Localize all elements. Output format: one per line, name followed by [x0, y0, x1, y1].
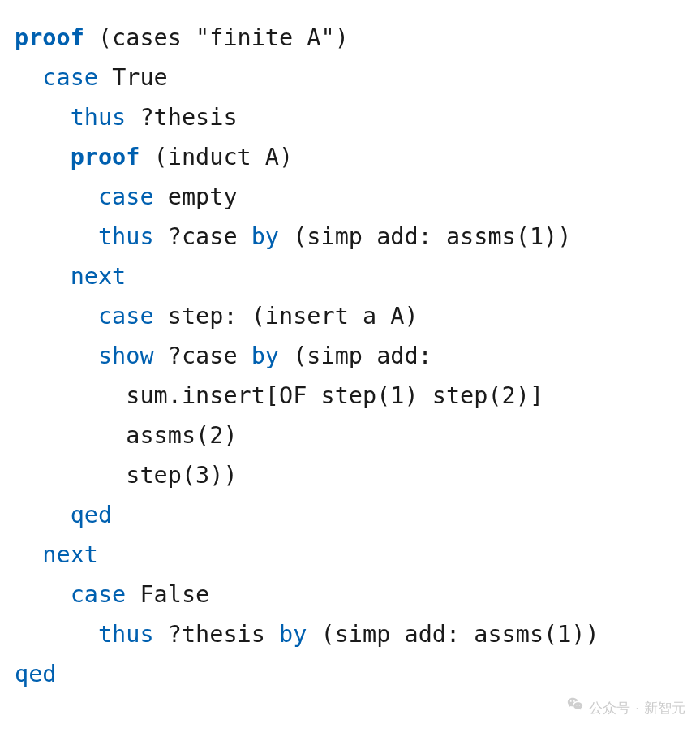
code-token: empty — [154, 183, 238, 210]
code-token: qed — [15, 661, 56, 687]
code-token: proof — [71, 144, 140, 170]
code-token: (simp add: — [279, 343, 432, 369]
wechat-icon — [566, 696, 584, 721]
code-token: next — [42, 541, 98, 568]
code-token: step: (insert a A) — [154, 303, 419, 330]
code-token: (cases "finite A") — [84, 24, 349, 51]
code-line: case step: (insert a A) — [15, 303, 419, 330]
watermark-name: 新智元 — [644, 696, 685, 720]
code-line: qed — [15, 502, 112, 528]
code-line: sum.insert[OF step(1) step(2)] — [15, 382, 543, 409]
watermark-prefix: 公众号 — [589, 696, 630, 720]
code-token: (simp add: assms(1)) — [279, 223, 571, 250]
code-token: ?case — [154, 343, 251, 369]
code-line: qed — [15, 661, 56, 687]
code-token: next — [71, 263, 127, 290]
code-token: thus — [98, 223, 154, 250]
code-token: case — [98, 303, 154, 330]
code-line: proof (induct A) — [15, 144, 293, 170]
code-token: ?thesis — [126, 104, 237, 131]
code-token: sum.insert[OF step(1) step(2)] — [126, 382, 543, 409]
code-line: show ?case by (simp add: — [15, 343, 432, 369]
wechat-watermark: 公众号 · 新智元 — [566, 696, 685, 721]
code-token: by — [251, 343, 279, 369]
watermark-sep: · — [635, 696, 639, 720]
code-token: ?case — [154, 223, 251, 250]
code-token: False — [126, 581, 209, 608]
code-token: assms(2) — [126, 422, 237, 449]
code-line: next — [15, 263, 126, 290]
code-token: qed — [71, 502, 112, 528]
code-token: thus — [71, 104, 127, 131]
code-token: by — [251, 223, 279, 250]
code-line: step(3)) — [15, 462, 238, 489]
isabelle-proof-snippet: proof (cases "finite A") case True thus … — [0, 0, 700, 709]
code-token: case — [71, 581, 127, 608]
code-line: case True — [15, 64, 168, 91]
code-token: (simp add: assms(1)) — [307, 621, 599, 648]
code-token: step(3)) — [126, 462, 237, 489]
code-token: case — [42, 64, 98, 91]
code-token: by — [279, 621, 307, 648]
code-line: thus ?thesis — [15, 104, 238, 131]
code-line: assms(2) — [15, 422, 238, 449]
code-line: thus ?thesis by (simp add: assms(1)) — [15, 621, 599, 648]
code-line: case False — [15, 581, 209, 608]
code-token: proof — [15, 24, 84, 51]
code-line: case empty — [15, 183, 238, 210]
code-line: proof (cases "finite A") — [15, 24, 349, 51]
code-token: ?thesis — [154, 621, 279, 648]
code-token: True — [98, 64, 168, 91]
code-token: thus — [98, 621, 154, 648]
code-line: thus ?case by (simp add: assms(1)) — [15, 223, 571, 250]
code-line: next — [15, 541, 98, 568]
code-token: (induct A) — [140, 144, 293, 170]
code-token: case — [98, 183, 154, 210]
code-token: show — [98, 343, 154, 369]
